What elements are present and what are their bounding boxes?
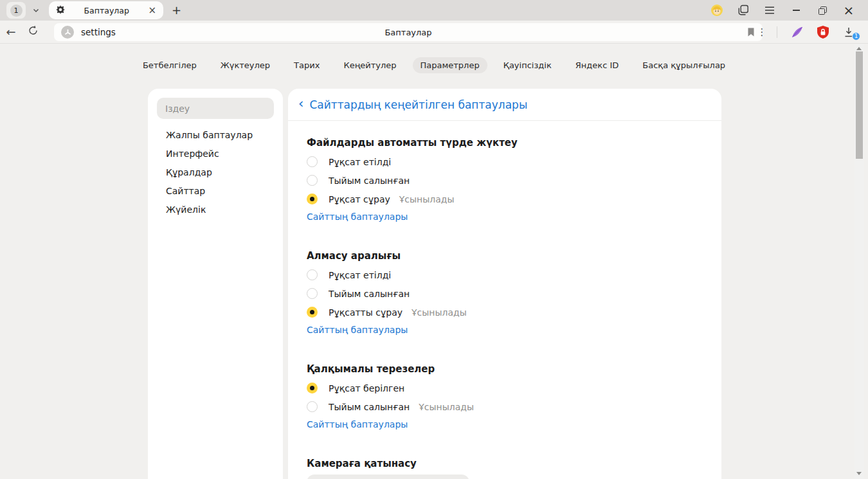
sidebar-item-interface[interactable]: Интерфейс <box>148 145 283 163</box>
window-minimize-button[interactable] <box>790 5 802 16</box>
option-label: Тыйым салынған <box>329 289 410 299</box>
section-page-title[interactable]: Сайттардың кеңейтілген баптаулары <box>309 98 527 111</box>
back-arrow-icon: ← <box>6 25 15 39</box>
scroll-down-arrow-icon[interactable] <box>856 472 862 475</box>
radio-option-blocked[interactable]: Тыйым салынған <box>307 284 703 303</box>
radio-unselected-icon[interactable] <box>307 288 318 299</box>
tab-extensions[interactable]: Кеңейтулер <box>336 57 404 73</box>
chevron-down-icon <box>32 5 40 17</box>
scroll-up-arrow-icon[interactable] <box>856 47 862 50</box>
radio-unselected-icon[interactable] <box>307 401 318 412</box>
tab-history[interactable]: Тарих <box>286 57 327 73</box>
radio-unselected-icon[interactable] <box>307 269 318 280</box>
window-restore-button[interactable] <box>817 5 828 16</box>
url-text: settings <box>81 27 116 37</box>
browser-toolbar: ← settings Баптаулар ⋮ 1 <box>0 21 868 44</box>
new-tab-button[interactable]: + <box>172 5 181 16</box>
site-settings-link[interactable]: Сайттың баптаулары <box>307 325 408 338</box>
section-clipboard: Алмасу аралығы Рұқсат етілді Тыйым салын… <box>307 250 703 338</box>
option-label: Тыйым салынған <box>329 176 410 186</box>
browser-tab-bar: 1 Баптаулар × + × <box>0 0 868 21</box>
menu-hamburger-icon[interactable] <box>764 5 775 16</box>
section-heading: Файлдарды автоматты түрде жүктеу <box>307 137 703 149</box>
tab-yandex-id[interactable]: Яндекс ID <box>568 57 627 73</box>
sidebar-item-tools[interactable]: Құралдар <box>148 163 283 182</box>
recommended-badge: Ұсынылады <box>419 402 474 412</box>
radio-option-ask[interactable]: Рұқсат сұрау Ұсынылады <box>307 190 703 208</box>
minimize-icon <box>793 10 800 11</box>
radio-option-allowed[interactable]: Рұқсат берілген <box>307 379 703 397</box>
back-chevron-icon[interactable]: ‹ <box>298 97 303 111</box>
radio-option-ask[interactable]: Рұқсатты сұрау Ұсынылады <box>307 303 703 321</box>
site-favicon-icon <box>61 26 74 39</box>
section-auto-download: Файлдарды автоматты түрде жүктеу Рұқсат … <box>307 137 703 224</box>
feather-extension-icon[interactable] <box>790 26 805 39</box>
toolbar-divider <box>777 26 777 38</box>
browser-tab-settings[interactable]: Баптаулар × <box>49 1 163 19</box>
downloads-button[interactable]: 1 <box>841 27 856 37</box>
profile-avatar[interactable] <box>711 5 723 16</box>
section-popups: Қалқымалы терезелер Рұқсат берілген Тыйы… <box>307 363 703 432</box>
sidebar-search[interactable] <box>157 98 274 119</box>
download-count-badge: 1 <box>852 32 860 41</box>
window-close-button[interactable]: × <box>843 5 854 16</box>
section-camera-access: Камераға қатынасу ov9734_azurewave_camer… <box>307 458 703 479</box>
option-label: Рұқсат сұрау <box>329 194 390 204</box>
option-label: Рұқсат етілді <box>329 157 391 167</box>
side-panels-icon[interactable] <box>737 5 749 16</box>
radio-selected-icon[interactable] <box>307 383 318 393</box>
tab-count: 1 <box>10 5 23 17</box>
tab-downloads[interactable]: Жүктеулер <box>213 57 278 73</box>
recommended-badge: Ұсынылады <box>399 194 455 204</box>
settings-nav-tabs: Бетбелгілер Жүктеулер Тарих Кеңейтулер П… <box>0 44 868 73</box>
sidebar-item-system[interactable]: Жүйелік <box>148 201 283 219</box>
recommended-badge: Ұсынылады <box>411 307 467 318</box>
option-label: Рұқсатты сұрау <box>329 307 402 318</box>
radio-option-blocked[interactable]: Тыйым салынған <box>307 171 703 190</box>
sidebar-item-sites[interactable]: Сайттар <box>148 182 283 201</box>
option-label: Рұқсат етілді <box>329 270 391 280</box>
settings-page: Бетбелгілер Жүктеулер Тарих Кеңейтулер П… <box>0 44 868 479</box>
tab-security[interactable]: Қауіпсіздік <box>496 57 559 73</box>
option-label: Рұқсат берілген <box>329 383 404 393</box>
sidebar-item-general[interactable]: Жалпы баптаулар <box>148 126 283 145</box>
sidebar-menu: Жалпы баптаулар Интерфейс Құралдар Сайтт… <box>148 126 283 219</box>
settings-main-panel: ‹ Сайттардың кеңейтілген баптаулары Файл… <box>288 89 721 479</box>
section-heading: Алмасу аралығы <box>307 250 703 262</box>
advanced-site-settings-header[interactable]: ‹ Сайттардың кеңейтілген баптаулары <box>288 89 721 121</box>
tab-other-devices[interactable]: Басқа құрылғылар <box>635 57 733 73</box>
camera-device-dropdown[interactable]: ov9734_azurewave_camera Алдыңғы <box>307 474 469 479</box>
search-input[interactable] <box>165 104 266 114</box>
protect-shield-icon[interactable] <box>815 26 831 39</box>
tab-settings[interactable]: Параметрлер <box>413 57 487 73</box>
section-heading: Қалқымалы терезелер <box>307 363 703 375</box>
radio-unselected-icon[interactable] <box>307 156 318 167</box>
back-button[interactable]: ← <box>0 25 22 39</box>
tab-close-icon[interactable]: × <box>148 6 156 15</box>
radio-selected-icon[interactable] <box>307 307 318 318</box>
gear-icon <box>56 5 65 17</box>
site-settings-link[interactable]: Сайттың баптаулары <box>307 212 408 224</box>
tab-counter-button[interactable]: 1 <box>6 2 26 19</box>
tab-bookmarks[interactable]: Бетбелгілер <box>135 57 204 73</box>
page-scrollbar[interactable] <box>854 44 864 479</box>
radio-unselected-icon[interactable] <box>307 175 318 186</box>
address-bar[interactable]: settings Баптаулар <box>54 23 763 41</box>
section-heading: Камераға қатынасу <box>307 458 703 469</box>
radio-option-blocked[interactable]: Тыйым салынған Ұсынылады <box>307 397 703 416</box>
reload-icon <box>28 25 39 39</box>
reload-button[interactable] <box>22 25 44 39</box>
settings-sidebar: Жалпы баптаулар Интерфейс Құралдар Сайтт… <box>148 89 283 479</box>
radio-option-allowed[interactable]: Рұқсат етілді <box>307 266 703 284</box>
kebab-menu-icon[interactable]: ⋮ <box>754 26 770 38</box>
radio-selected-icon[interactable] <box>307 194 318 204</box>
scrollbar-thumb[interactable] <box>856 51 863 159</box>
tab-list-chevron-button[interactable] <box>28 5 44 17</box>
site-settings-link[interactable]: Сайттың баптаулары <box>307 419 408 432</box>
tab-title: Баптаулар <box>65 6 148 15</box>
radio-option-allowed[interactable]: Рұқсат етілді <box>307 152 703 171</box>
option-label: Тыйым салынған <box>329 402 410 412</box>
page-title: Баптаулар <box>54 28 763 37</box>
